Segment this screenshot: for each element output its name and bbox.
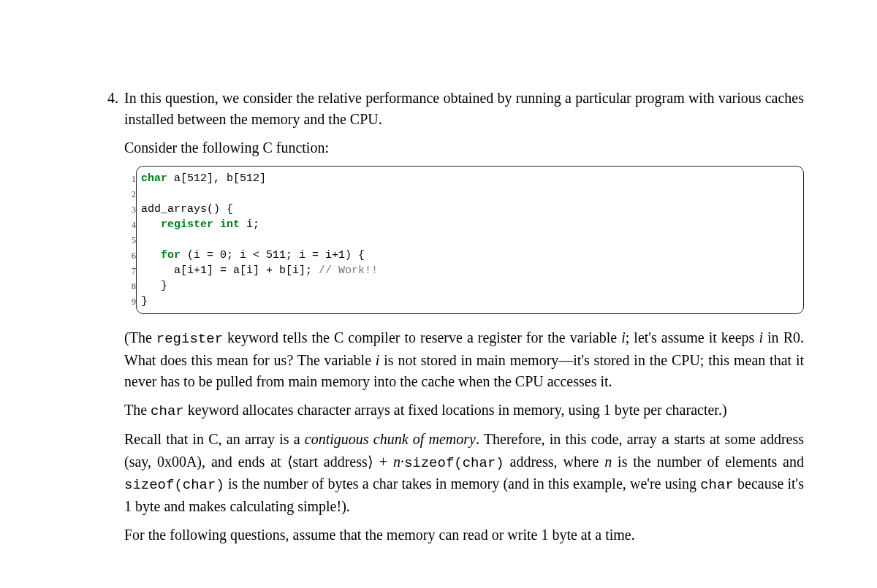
line-number: 3	[124, 202, 136, 218]
question-block: 4. In this question, we consider the rel…	[95, 88, 804, 553]
code-text: add_arrays() {	[141, 203, 233, 215]
inline-code: sizeof(char)	[404, 455, 504, 471]
explanation-paragraph-4: For the following questions, assume that…	[124, 524, 804, 546]
inline-code: char	[151, 403, 184, 419]
emphasis: contiguous chunk of memory	[305, 431, 476, 447]
inline-code: a	[661, 432, 669, 448]
inline-code: sizeof(char)	[124, 477, 224, 493]
code-keyword: char	[141, 172, 167, 185]
code-text: a[512], b[512]	[167, 172, 266, 185]
explanation-paragraph-1: (The register keyword tells the C compil…	[124, 327, 804, 392]
inline-code: register	[156, 331, 223, 347]
code-text: }	[141, 280, 167, 292]
code-text: }	[141, 295, 148, 308]
code-text	[141, 218, 161, 231]
code-text	[141, 249, 161, 261]
math-var: n	[604, 454, 612, 470]
math-var: n	[393, 454, 400, 470]
code-keyword: int	[220, 218, 240, 231]
line-number: 2	[124, 187, 136, 202]
inline-code: char	[700, 477, 734, 493]
line-number-gutter: 1 2 3 4 5 6 7 8 9	[124, 166, 136, 314]
code-text: a[i+1] = a[i] + b[i];	[141, 264, 319, 277]
code-comment: // Work!!	[319, 264, 378, 277]
consider-paragraph: Consider the following C function:	[124, 137, 804, 159]
question-body: In this question, we consider the relati…	[124, 88, 804, 553]
line-number: 4	[124, 218, 136, 233]
code-listing: 1 2 3 4 5 6 7 8 9 char a[512], b[512] ad…	[124, 166, 804, 314]
question-number: 4.	[95, 88, 124, 109]
explanation-paragraph-2: The char keyword allocates character arr…	[124, 400, 804, 422]
code-keyword: register	[161, 218, 213, 231]
line-number: 1	[124, 172, 136, 187]
line-number: 5	[124, 233, 136, 248]
page: 4. In this question, we consider the rel…	[0, 0, 877, 588]
code-text: (i = 0; i < 511; i = i+1) {	[181, 249, 365, 261]
code-box: char a[512], b[512] add_arrays() { regis…	[136, 166, 804, 314]
line-number: 9	[124, 294, 136, 310]
explanation-paragraph-3: Recall that in C, an array is a contiguo…	[124, 429, 804, 517]
line-number: 8	[124, 279, 136, 294]
code-keyword: for	[161, 249, 181, 261]
intro-paragraph: In this question, we consider the relati…	[124, 88, 804, 130]
line-number: 7	[124, 264, 136, 279]
code-text: i;	[240, 218, 259, 231]
line-number: 6	[124, 248, 136, 264]
